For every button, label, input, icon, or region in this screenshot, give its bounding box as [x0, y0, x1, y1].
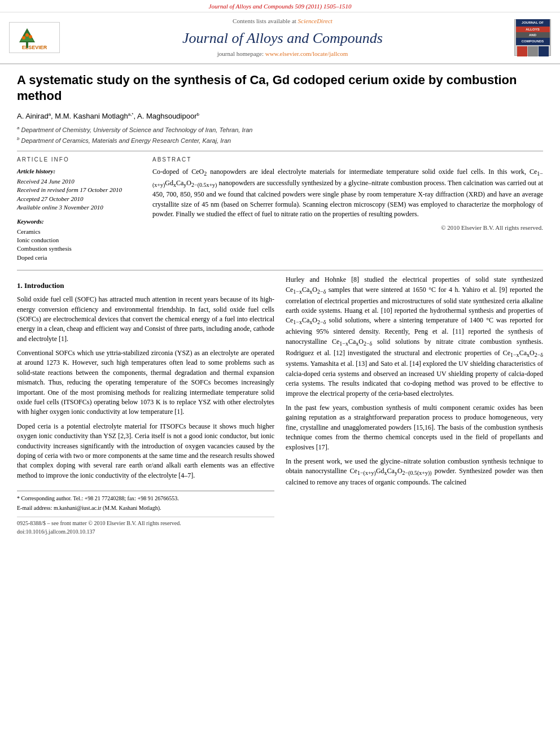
received-date: Received 24 June 2010	[17, 177, 141, 186]
intro-para-3: Doped ceria is a potential electrolyte m…	[17, 422, 274, 480]
intro-heading: 1. Introduction	[17, 281, 274, 291]
body-section: 1. Introduction Solid oxide fuel cell (S…	[17, 275, 543, 536]
main-content: A systematic study on the synthesis of C…	[0, 64, 560, 548]
body-col-right: Hurley and Hohnke [8] studied the electr…	[286, 275, 543, 536]
affiliation-a: a Department of Chemistry, University of…	[17, 125, 543, 134]
footnote-1: * Corresponding author. Tel.: +98 21 772…	[17, 495, 274, 503]
authors-line: A. Ainirada, M.M. Kashani Motlagha,*, A.…	[17, 111, 543, 122]
keyword-4: Doped ceria	[17, 254, 141, 262]
right-para-1: Hurley and Hohnke [8] studied the electr…	[286, 275, 543, 399]
svg-text:ELSEVIER: ELSEVIER	[22, 45, 47, 50]
svg-point-4	[29, 35, 32, 38]
author-2: M.M. Kashani Motlagha,*	[55, 112, 133, 120]
author-1: A. Ainirada	[17, 112, 51, 120]
body-col-left: 1. Introduction Solid oxide fuel cell (S…	[17, 275, 274, 536]
article-title: A systematic study on the synthesis of C…	[17, 72, 543, 104]
abstract-text: Co-doped of CeO2 nanopowders are ideal e…	[152, 167, 543, 219]
divider-2	[17, 270, 543, 270]
contents-line: Contents lists available at ScienceDirec…	[60, 17, 505, 25]
affiliations: a Department of Chemistry, University of…	[17, 125, 543, 145]
elsevier-logo: ELSEVIER	[9, 22, 60, 53]
svg-point-5	[25, 33, 29, 37]
svg-point-3	[22, 36, 25, 40]
accepted-date: Accepted 27 October 2010	[17, 195, 141, 203]
bottom-notices: 0925-8388/$ – see front matter © 2010 El…	[17, 517, 274, 536]
journal-thumbnail: JOURNAL OF ALLOYS AND COMPOUNDS	[514, 19, 551, 56]
doi-notice: doi:10.1016/j.jallcom.2010.10.137	[17, 528, 274, 536]
keyword-2: Ionic conduction	[17, 236, 141, 244]
journal-citation-bar: Journal of Alloys and Compounds 509 (201…	[0, 0, 560, 12]
intro-para-2: Conventional SOFCs which use yttria-stab…	[17, 348, 274, 417]
keywords-section: Keywords: Ceramics Ionic conduction Comb…	[17, 217, 141, 262]
homepage-line: journal homepage: www.elsevier.com/locat…	[60, 50, 505, 58]
copyright-notice: 0925-8388/$ – see front matter © 2010 El…	[17, 519, 274, 528]
sciencedirect-link[interactable]: ScienceDirect	[298, 18, 333, 24]
affiliation-b: b Department of Ceramics, Materials and …	[17, 136, 543, 145]
footnote-2: E-mail address: m.kashani@iust.ac.ir (M.…	[17, 504, 274, 513]
right-para-3: In the present work, we used the glycine…	[286, 457, 543, 488]
banner-center: Contents lists available at ScienceDirec…	[60, 17, 505, 58]
journal-banner: ELSEVIER Contents lists available at Sci…	[0, 12, 560, 64]
abstract-label: ABSTRACT	[152, 156, 543, 164]
intro-para-1: Solid oxide fuel cell (SOFC) has attract…	[17, 295, 274, 344]
homepage-url[interactable]: www.elsevier.com/locate/jallcom	[265, 50, 348, 57]
info-abstract-section: ARTICLE INFO Article history: Received 2…	[17, 156, 543, 262]
journal-citation: Journal of Alloys and Compounds 509 (201…	[209, 3, 352, 10]
footnote-area: * Corresponding author. Tel.: +98 21 772…	[17, 491, 274, 512]
abstract-col: ABSTRACT Co-doped of CeO2 nanopowders ar…	[152, 156, 543, 262]
copyright-line: © 2010 Elsevier B.V. All rights reserved…	[152, 224, 543, 232]
keyword-1: Ceramics	[17, 228, 141, 236]
article-info-col: ARTICLE INFO Article history: Received 2…	[17, 156, 141, 262]
keyword-3: Combustion synthesis	[17, 244, 141, 253]
divider-1	[17, 151, 543, 151]
revised-date: Received in revised form 17 October 2010	[17, 186, 141, 194]
article-info-label: ARTICLE INFO	[17, 156, 141, 164]
right-para-2: In the past few years, combustion synthe…	[286, 403, 543, 452]
journal-title: Journal of Alloys and Compounds	[60, 28, 505, 49]
article-history: Article history: Received 24 June 2010 R…	[17, 167, 141, 212]
author-3: A. Maghsoudipoorb	[137, 112, 199, 120]
available-date: Available online 3 November 2010	[17, 203, 141, 212]
